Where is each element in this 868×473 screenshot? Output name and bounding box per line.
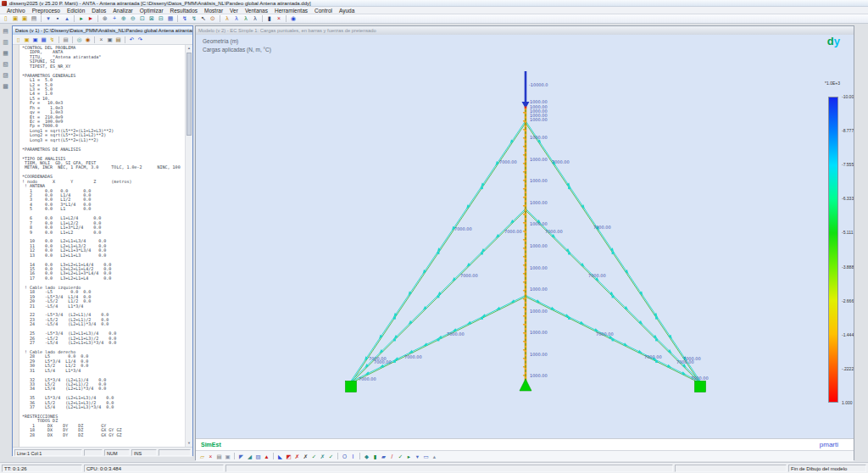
scrollbar-thumb[interactable] bbox=[186, 53, 192, 136]
save-all-icon[interactable]: ▦ bbox=[40, 36, 47, 43]
zoom-out-icon[interactable]: ⊖ bbox=[129, 14, 137, 23]
monitor-icon[interactable]: ▮ bbox=[265, 14, 274, 23]
flag-tool-icon[interactable]: ▸ bbox=[405, 453, 413, 460]
open-file-icon[interactable]: ▣ bbox=[23, 36, 31, 43]
edit-drawing-icon[interactable]: ▱ bbox=[198, 453, 206, 460]
statusbar-segment bbox=[84, 449, 103, 456]
diagram-shear-icon[interactable]: ◩ bbox=[285, 453, 292, 460]
editor-body[interactable]: *CONTROL DEL PROBLEMA IDPR, ANTA TITU, "… bbox=[13, 45, 192, 447]
view-supports-icon[interactable]: ◤ bbox=[237, 453, 245, 460]
menu-item-mostrar[interactable]: Mostrar bbox=[201, 7, 226, 14]
pick-icon[interactable]: ↖ bbox=[199, 14, 208, 23]
menu-item-resultados[interactable]: Resultados bbox=[167, 7, 202, 14]
copy-drawing-icon[interactable]: ▤ bbox=[215, 453, 223, 460]
diagram-axial-icon[interactable]: ◣ bbox=[276, 453, 284, 460]
cable-node bbox=[437, 339, 440, 342]
close-window-icon[interactable]: × bbox=[275, 14, 283, 23]
check-y-icon[interactable]: ✓ bbox=[310, 453, 318, 460]
dock-mensajes-icon[interactable]: ▨ bbox=[2, 71, 10, 80]
zoom-extents-icon[interactable]: ⊠ bbox=[147, 14, 156, 23]
cut-icon[interactable]: × bbox=[97, 36, 105, 43]
add-icon[interactable]: + bbox=[110, 14, 119, 23]
menu-item-datos[interactable]: Datos bbox=[88, 7, 109, 14]
find-icon[interactable]: ◎ bbox=[75, 36, 83, 43]
zoom-window-icon[interactable]: ⊡ bbox=[138, 14, 147, 23]
window-title: disseny2025 (v 25.20 P. Martí) - ANTA - … bbox=[9, 1, 311, 6]
dock-datos-icon[interactable]: ▤ bbox=[2, 27, 10, 36]
datos-window-title[interactable]: Datos (v 1) - [C:\Disseny\Datos_PMM\Anál… bbox=[13, 26, 192, 35]
help-icon[interactable]: ◉ bbox=[289, 14, 298, 23]
delete-drawing-icon[interactable]: × bbox=[207, 453, 214, 460]
copy-icon[interactable]: ▣ bbox=[106, 36, 114, 43]
editor-scrollbar[interactable]: ▲ ▼ bbox=[185, 45, 192, 447]
line-tool-icon[interactable]: / bbox=[388, 453, 396, 460]
undo-icon[interactable]: ↶ bbox=[128, 36, 136, 43]
paste-icon[interactable]: ▤ bbox=[114, 36, 122, 43]
check-all-icon[interactable]: ✓ bbox=[397, 453, 404, 460]
menu-item-ventanas[interactable]: Ventanas bbox=[242, 7, 271, 14]
update-results-icon[interactable]: ↯ bbox=[190, 14, 198, 23]
modelo-window-title[interactable]: Modelo (v 2) - EC Simple 1: Cargas puntu… bbox=[196, 26, 854, 35]
buckling-mode-2-icon[interactable]: λ bbox=[242, 14, 250, 23]
check-z-icon[interactable]: ✓ bbox=[327, 453, 335, 460]
model-canvas[interactable]: Geometría (m) Cargas aplicadas (N, m, °C… bbox=[196, 35, 854, 438]
node-info-icon[interactable]: ◆ bbox=[363, 453, 370, 460]
expand-icon[interactable]: ▴ bbox=[63, 14, 71, 23]
palette-icon[interactable]: ▰ bbox=[380, 453, 387, 460]
menu-item-control[interactable]: Control bbox=[311, 7, 336, 14]
menu-item-ver[interactable]: Ver bbox=[226, 7, 242, 14]
zoom-in-icon[interactable]: ⊕ bbox=[120, 14, 128, 23]
dock-modelo-icon[interactable]: ▥ bbox=[2, 38, 10, 47]
scroll-up-icon[interactable]: ▲ bbox=[186, 45, 192, 52]
circle-tool-icon[interactable]: O bbox=[341, 453, 348, 460]
menu-item-ayuda[interactable]: Ayuda bbox=[336, 7, 358, 14]
buckling-mode-3-icon[interactable]: λ bbox=[251, 14, 259, 23]
collapse-icon[interactable]: ▾ bbox=[44, 14, 53, 23]
open-data-icon[interactable]: ▣ bbox=[20, 14, 29, 23]
run-step-icon[interactable]: ▸ bbox=[77, 14, 86, 23]
settings-icon[interactable]: ⊛ bbox=[101, 14, 109, 23]
menu-item-analizar[interactable]: Analizar bbox=[109, 7, 136, 14]
redo-icon[interactable]: ↷ bbox=[136, 36, 144, 43]
update-geometry-icon[interactable]: ↯ bbox=[181, 14, 189, 23]
dock-graficos-icon[interactable]: ▧ bbox=[2, 60, 10, 69]
dropdown-icon[interactable]: ▾ bbox=[414, 453, 421, 460]
menu-item-herramientas[interactable]: Herramientas bbox=[271, 7, 311, 14]
query-icon[interactable]: ⊙ bbox=[209, 14, 217, 23]
optimize-icon[interactable]: λ bbox=[223, 14, 231, 23]
menu-item-preproceso[interactable]: Preproceso bbox=[29, 7, 64, 14]
zoom-previous-icon[interactable]: ⊟ bbox=[157, 14, 165, 23]
mast-load-label: 1000.00 bbox=[530, 330, 548, 335]
minimize-tool-icon[interactable]: ▴ bbox=[431, 453, 438, 460]
view-loads-icon[interactable]: ▲ bbox=[263, 453, 270, 460]
open-project-icon[interactable]: ▣ bbox=[11, 14, 19, 23]
mast-load-label: 1000.00 bbox=[530, 135, 548, 140]
bar-info-icon[interactable]: ▮ bbox=[371, 453, 379, 460]
new-project-icon[interactable]: ▯ bbox=[2, 14, 10, 23]
axis-x-icon[interactable]: ✗ bbox=[293, 453, 301, 460]
scroll-down-icon[interactable]: ▼ bbox=[186, 440, 192, 447]
print-file-icon[interactable]: ▤ bbox=[62, 36, 70, 43]
pin-drawing-icon[interactable]: ▣ bbox=[224, 453, 231, 460]
new-file-icon[interactable]: ▯ bbox=[14, 36, 22, 43]
editor-text[interactable]: *CONTROL DEL PROBLEMA IDPR, ANTA TITU, "… bbox=[13, 46, 186, 437]
view-materials-icon[interactable]: ▨ bbox=[254, 453, 262, 460]
find-next-icon[interactable]: ◉ bbox=[84, 36, 92, 43]
print-icon[interactable]: ▤ bbox=[30, 14, 38, 23]
reload-file-icon[interactable]: ↯ bbox=[48, 36, 56, 43]
dock-resultados-icon[interactable]: ▦ bbox=[2, 49, 10, 58]
save-file-icon[interactable]: ▣ bbox=[31, 36, 39, 43]
run-icon[interactable]: ► bbox=[86, 14, 95, 23]
stop-icon[interactable]: ▪ bbox=[53, 14, 62, 23]
dock-ayuda-icon[interactable]: ▩ bbox=[2, 82, 10, 91]
axis-z-icon[interactable]: ✗ bbox=[319, 453, 326, 460]
axis-x-off-icon[interactable]: ✗ bbox=[302, 453, 309, 460]
grid-icon[interactable]: ▦ bbox=[166, 14, 175, 23]
menu-item-optimizar[interactable]: Optimizar bbox=[136, 7, 167, 14]
menu-item-archivo[interactable]: Archivo bbox=[3, 7, 29, 14]
panel-tool-icon[interactable]: ▭ bbox=[422, 453, 430, 460]
view-numbering-icon[interactable]: ◢ bbox=[246, 453, 253, 460]
text-tool-icon[interactable]: I bbox=[349, 453, 357, 460]
menu-item-edicion[interactable]: Edición bbox=[64, 7, 88, 14]
buckling-mode-1-icon[interactable]: λ bbox=[232, 14, 241, 23]
